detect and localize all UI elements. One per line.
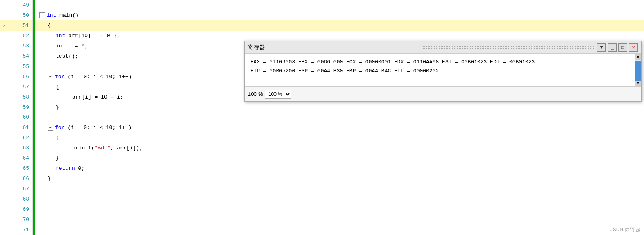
register-titlebar[interactable]: 寄存器 ▼ ⎯ ☐ ✕ [245,41,641,54]
code-line-62: { [35,133,644,143]
line-num-69: 69 [0,204,32,215]
editor-container: 49 50 ⇒ 51 52 53 54 55 56 57 58 59 60 61… [0,0,644,235]
code-line-69 [35,204,644,215]
titlebar-buttons: ▼ ⎯ ☐ ✕ [597,43,638,52]
line-num-52: 52 [0,31,32,41]
code-line-68 [35,194,644,204]
line-num-51: ⇒ 51 [0,20,32,31]
code-line-63: printf("%d ", arr[i]); [35,143,644,153]
code-line-49 [35,0,644,10]
collapse-button-61[interactable]: − [48,125,53,131]
line-num-60: 60 [0,112,32,122]
code-line-64: } [35,153,644,163]
line-num-53: 53 [0,41,32,51]
code-line-70 [35,215,644,225]
register-title: 寄存器 [248,44,419,51]
line-num-55: 55 [0,61,32,72]
code-line-51: { [35,20,644,31]
line-num-59: 59 [0,102,32,113]
line-num-67: 67 [0,184,32,194]
code-line-71 [35,225,644,235]
maximize-button[interactable]: ☐ [618,43,627,52]
line-num-56: 56 [0,72,32,82]
code-line-67 [35,184,644,194]
register-line1: EAX = 01109008 EBX = 00D6F000 ECX = 0000… [250,58,629,67]
register-line2: EIP = 00B05200 ESP = 00A4FB30 EBP = 00A4… [250,67,629,76]
line-numbers: 49 50 ⇒ 51 52 53 54 55 56 57 58 59 60 61… [0,0,33,235]
code-line-59: } [35,102,644,113]
keyword-int-50: int [47,12,56,18]
line-num-57: 57 [0,82,32,92]
dropdown-button[interactable]: ▼ [597,43,606,52]
scrollbar-up-arrow[interactable]: ▲ [635,54,642,60]
collapse-button-56[interactable]: − [48,74,53,79]
line-num-50: 50 [0,10,32,20]
line-num-70: 70 [0,215,32,225]
zoom-label: 100 % [248,91,263,97]
scrollbar-thumb[interactable] [635,61,641,81]
zoom-select[interactable]: 50 % 75 % 100 % 125 % 150 % 200 % [265,90,291,99]
line-num-49: 49 [0,0,32,10]
collapse-button-50[interactable]: − [39,12,45,18]
line-num-61: 61 [0,122,32,133]
code-line-65: return 0; [35,163,644,174]
code-area: −int main() { int arr[10] = { 0 }; int i… [35,0,644,235]
line-num-58: 58 [0,92,32,102]
register-footer: 100 % 50 % 75 % 100 % 125 % 150 % 200 % [245,86,641,101]
titlebar-dots [422,44,594,51]
register-scrollbar[interactable]: ▲ ▼ [635,54,641,86]
line-num-64: 64 [0,153,32,163]
scrollbar-track [635,60,641,80]
line-num-63: 63 [0,143,32,153]
code-line-61: −for (i = 0; i < 10; i++) [35,122,644,133]
line-num-71: 71 [0,225,32,235]
minimize-button[interactable]: ⎯ [608,43,617,52]
register-content: EAX = 01109008 EBX = 00D6F000 ECX = 0000… [245,54,635,86]
watermark: CSDN @阿.超 [609,226,641,233]
line-num-68: 68 [0,194,32,204]
line-num-62: 62 [0,133,32,143]
line-num-66: 66 [0,174,32,184]
line-num-54: 54 [0,51,32,61]
close-button[interactable]: ✕ [629,43,638,52]
code-line-66: } [35,174,644,184]
code-line-52: int arr[10] = { 0 }; [35,31,644,41]
code-line-50: −int main() [35,10,644,20]
line-num-65: 65 [0,163,32,174]
code-line-60 [35,112,644,122]
register-window: 寄存器 ▼ ⎯ ☐ ✕ EAX = 01109008 EBX = 00D6F00… [244,41,642,102]
